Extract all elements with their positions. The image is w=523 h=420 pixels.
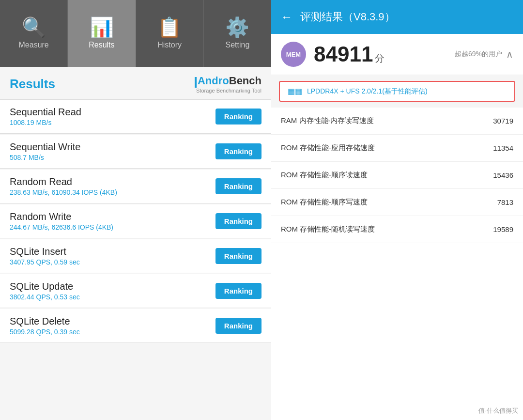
percentile-text: 超越69%的用户	[455, 50, 502, 59]
score-percentile: 超越69%的用户 ∧	[455, 48, 513, 60]
results-icon: 📊	[90, 17, 114, 37]
ranking-button-1[interactable]: Ranking	[215, 143, 262, 159]
top-nav: 🔍 Measure 📊 Results 📋 History ⚙️ Setting	[0, 0, 271, 67]
benchmark-row: SQLite Update 3802.44 QPS, 0.53 sec Rank…	[0, 274, 271, 308]
bench-name-0: Sequential Read	[10, 107, 81, 118]
history-icon: 📋	[157, 17, 182, 37]
bench-name-6: SQLite Delete	[10, 316, 80, 327]
chip-banner: ▦▦ LPDDR4X + UFS 2.0/2.1(基于性能评估)	[279, 81, 515, 102]
stat-value-1: 11354	[493, 144, 513, 152]
bench-value-6: 5099.28 QPS, 0.39 sec	[10, 328, 80, 336]
stat-row: ROM 存储性能-顺序写速度 7813	[271, 189, 523, 216]
left-panel: 🔍 Measure 📊 Results 📋 History ⚙️ Setting…	[0, 0, 271, 420]
bench-name-4: SQLite Insert	[10, 246, 80, 257]
nav-label-results: Results	[89, 41, 114, 49]
nav-label-history: History	[157, 41, 182, 49]
results-header: Results AndroBench Storage Benchmarking …	[0, 67, 271, 100]
benchmark-row: Sequential Read 1008.19 MB/s Ranking	[0, 100, 271, 134]
nav-item-history[interactable]: 📋 History	[136, 0, 204, 67]
logo-bar-icon	[195, 77, 197, 88]
score-display: 84911分	[314, 42, 385, 66]
nav-item-measure[interactable]: 🔍 Measure	[0, 0, 68, 67]
nav-item-results[interactable]: 📊 Results	[68, 0, 136, 67]
stat-row: ROM 存储性能-随机读写速度 19589	[271, 216, 523, 243]
score-unit: 分	[375, 53, 385, 63]
androbench-logo: AndroBench Storage Benchmarking Tool	[195, 75, 262, 93]
benchmark-list: Sequential Read 1008.19 MB/s Ranking Seq…	[0, 100, 271, 420]
right-header-title: 评测结果（V8.3.9）	[300, 10, 395, 24]
bench-value-3: 244.67 MB/s, 62636.6 IOPS (4KB)	[10, 223, 113, 231]
benchmark-info-5: SQLite Update 3802.44 QPS, 0.53 sec	[10, 281, 80, 301]
bench-name-5: SQLite Update	[10, 281, 80, 292]
score-number: 84911	[314, 42, 373, 66]
chevron-up-icon: ∧	[506, 48, 513, 60]
stat-value-0: 30719	[493, 117, 513, 125]
ranking-button-5[interactable]: Ranking	[215, 283, 262, 299]
results-title: Results	[10, 77, 55, 92]
benchmark-info-3: Random Write 244.67 MB/s, 62636.6 IOPS (…	[10, 211, 113, 231]
brand-sub: Storage Benchmarking Tool	[195, 88, 262, 93]
stat-label-2: ROM 存储性能-顺序读速度	[281, 171, 368, 180]
right-header: ← 评测结果（V8.3.9）	[271, 0, 523, 34]
nav-item-setting[interactable]: ⚙️ Setting	[204, 0, 271, 67]
stat-row: ROM 存储性能-顺序读速度 15436	[271, 162, 523, 189]
bench-value-1: 508.7 MB/s	[10, 154, 80, 161]
ranking-button-2[interactable]: Ranking	[215, 178, 262, 194]
bench-value-4: 3407.95 QPS, 0.59 sec	[10, 258, 80, 266]
stat-row: RAM 内存性能-内存读写速度 30719	[271, 108, 523, 135]
watermark: 值·什么值得买	[478, 406, 518, 415]
chip-text: LPDDR4X + UFS 2.0/2.1(基于性能评估)	[307, 87, 428, 96]
stat-value-4: 19589	[493, 225, 513, 233]
nav-label-measure: Measure	[19, 41, 49, 49]
ranking-button-3[interactable]: Ranking	[215, 213, 262, 229]
bench-name-3: Random Write	[10, 211, 113, 222]
brand-name: AndroBench	[198, 75, 262, 87]
benchmark-info-0: Sequential Read 1008.19 MB/s	[10, 107, 81, 126]
stats-table: RAM 内存性能-内存读写速度 30719 ROM 存储性能-应用存储速度 11…	[271, 108, 523, 420]
stat-label-4: ROM 存储性能-随机读写速度	[281, 225, 375, 234]
stat-label-0: RAM 内存性能-内存读写速度	[281, 116, 374, 125]
benchmark-row: SQLite Delete 5099.28 QPS, 0.39 sec Rank…	[0, 309, 271, 343]
ranking-button-4[interactable]: Ranking	[215, 248, 262, 264]
benchmark-row: SQLite Insert 3407.95 QPS, 0.59 sec Rank…	[0, 239, 271, 273]
ranking-button-0[interactable]: Ranking	[215, 109, 262, 124]
ranking-button-6[interactable]: Ranking	[215, 318, 262, 334]
mem-badge: MEM	[281, 42, 306, 67]
benchmark-row: Sequential Write 508.7 MB/s Ranking	[0, 135, 271, 169]
benchmark-info-4: SQLite Insert 3407.95 QPS, 0.59 sec	[10, 246, 80, 266]
nav-label-setting: Setting	[225, 41, 249, 49]
chip-icon: ▦▦	[288, 87, 302, 96]
setting-icon: ⚙️	[225, 17, 249, 37]
benchmark-info-1: Sequential Write 508.7 MB/s	[10, 141, 80, 161]
stat-label-3: ROM 存储性能-顺序写速度	[281, 198, 368, 207]
stat-value-2: 15436	[493, 171, 513, 179]
benchmark-row: Random Write 244.67 MB/s, 62636.6 IOPS (…	[0, 204, 271, 238]
score-section: MEM 84911分 超越69%的用户 ∧	[271, 34, 523, 75]
benchmark-info-2: Random Read 238.63 MB/s, 61090.34 IOPS (…	[10, 176, 117, 196]
stat-label-1: ROM 存储性能-应用存储速度	[281, 143, 375, 153]
bench-value-2: 238.63 MB/s, 61090.34 IOPS (4KB)	[10, 188, 117, 196]
benchmark-info-6: SQLite Delete 5099.28 QPS, 0.39 sec	[10, 316, 80, 336]
bench-name-1: Sequential Write	[10, 141, 80, 153]
stat-value-3: 7813	[497, 198, 513, 206]
benchmark-row: Random Read 238.63 MB/s, 61090.34 IOPS (…	[0, 170, 271, 203]
right-panel: ← 评测结果（V8.3.9） MEM 84911分 超越69%的用户 ∧ ▦▦ …	[271, 0, 523, 420]
measure-icon: 🔍	[22, 17, 46, 37]
bench-value-0: 1008.19 MB/s	[10, 119, 81, 126]
stat-row: ROM 存储性能-应用存储速度 11354	[271, 135, 523, 162]
back-button[interactable]: ←	[281, 10, 292, 24]
bench-value-5: 3802.44 QPS, 0.53 sec	[10, 293, 80, 301]
bench-name-2: Random Read	[10, 176, 117, 187]
